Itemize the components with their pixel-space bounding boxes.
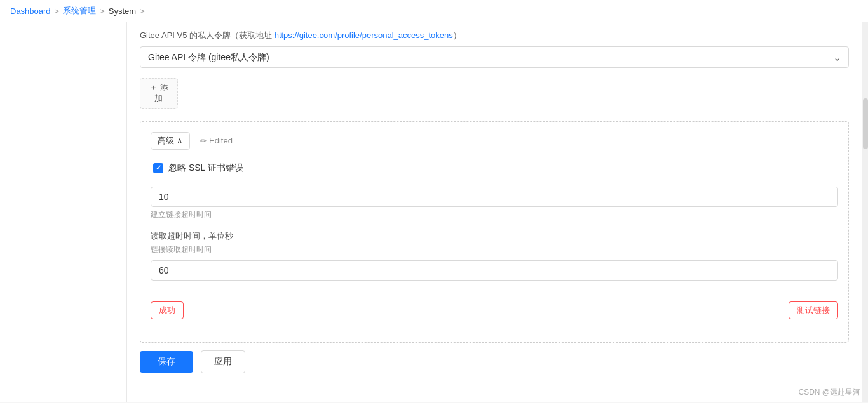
breadcrumb-sep3: > xyxy=(140,6,145,16)
connect-timeout-hint: 建立链接超时时间 xyxy=(151,209,838,220)
token-dropdown[interactable]: Gitee API 令牌 (gitee私人令牌) xyxy=(140,46,849,68)
token-dropdown-wrapper: Gitee API 令牌 (gitee私人令牌) ⌄ xyxy=(140,46,849,68)
advanced-row: 高级 ∧ ✏ Edited xyxy=(151,132,838,150)
advanced-toggle-button[interactable]: 高级 ∧ xyxy=(151,132,190,150)
advanced-section: 高级 ∧ ✏ Edited ✓ 忽略 SSL 证书错误 xyxy=(140,121,849,343)
gitee-api-link[interactable]: https://gitee.com/profile/personal_acces… xyxy=(275,30,453,40)
content-section: Gitee API V5 的私人令牌（获取地址 https://gitee.co… xyxy=(140,22,849,393)
ssl-checkbox-label: 忽略 SSL 证书错误 xyxy=(168,162,243,174)
connect-timeout-input[interactable] xyxy=(151,187,838,207)
breadcrumb-sep1: > xyxy=(55,6,60,16)
ssl-checkbox-row: ✓ 忽略 SSL 证书错误 xyxy=(151,162,838,174)
scrollbar-thumb[interactable] xyxy=(863,98,868,149)
checkmark-icon: ✓ xyxy=(156,164,161,172)
status-badge: 成功 xyxy=(151,301,184,319)
scrollbar-track[interactable] xyxy=(862,22,868,402)
pencil-icon: ✏ xyxy=(200,136,207,145)
apply-button[interactable]: 应用 xyxy=(201,350,245,373)
test-connection-button[interactable]: 测试链接 xyxy=(789,301,838,319)
advanced-label: 高级 xyxy=(158,135,174,147)
read-timeout-hint: 链接读取超时时间 xyxy=(151,244,838,255)
action-row: 成功 测试链接 xyxy=(151,291,838,332)
add-button-label: ＋ 添加 xyxy=(149,83,168,104)
edited-badge: ✏ Edited xyxy=(200,136,233,145)
watermark: CSDN @远赴星河 xyxy=(798,387,860,398)
connect-timeout-group: 建立链接超时时间 xyxy=(151,187,838,220)
save-button[interactable]: 保存 xyxy=(140,351,193,373)
footer-row: 保存 应用 xyxy=(140,343,849,386)
read-timeout-input[interactable] xyxy=(151,260,838,281)
main-content: Gitee API V5 的私人令牌（获取地址 https://gitee.co… xyxy=(127,22,862,402)
ssl-checkbox[interactable]: ✓ xyxy=(153,163,163,173)
read-timeout-label: 读取超时时间，单位秒 xyxy=(151,230,838,242)
sidebar xyxy=(0,22,127,402)
breadcrumb-system: System xyxy=(109,6,136,16)
breadcrumb-sep2: > xyxy=(100,6,105,16)
add-button[interactable]: ＋ 添加 xyxy=(140,78,178,109)
breadcrumb: Dashboard > 系统管理 > System > xyxy=(0,0,868,22)
breadcrumb-system-mgmt[interactable]: 系统管理 xyxy=(63,5,96,17)
advanced-chevron-icon: ∧ xyxy=(177,136,183,145)
edited-label: Edited xyxy=(209,136,233,145)
breadcrumb-dashboard[interactable]: Dashboard xyxy=(10,6,51,16)
gitee-api-label: Gitee API V5 的私人令牌（获取地址 https://gitee.co… xyxy=(140,30,849,41)
read-timeout-group xyxy=(151,260,838,281)
